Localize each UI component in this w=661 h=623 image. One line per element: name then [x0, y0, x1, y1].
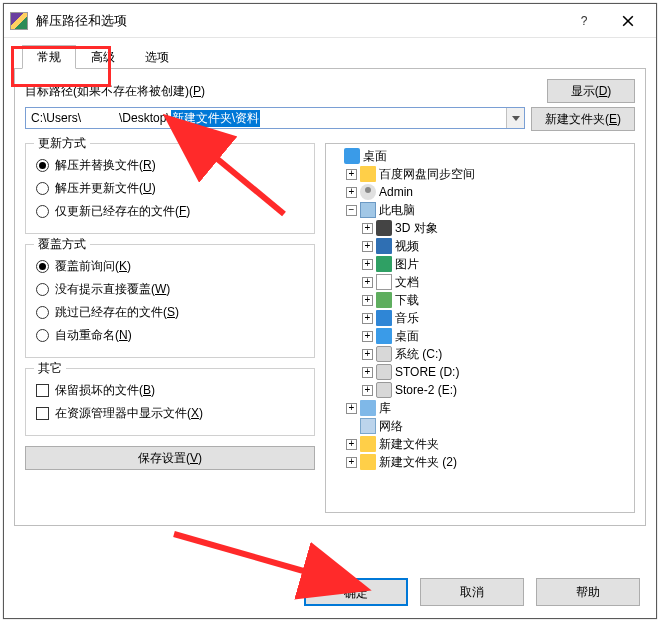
tree-node-thispc[interactable]: −此电脑 [346, 201, 632, 219]
cancel-button[interactable]: 取消 [420, 578, 524, 606]
expand-icon[interactable]: + [346, 403, 357, 414]
target-path-label: 目标路径(如果不存在将被创建)(P) [25, 83, 205, 100]
opt-label: 自动重命名(N) [55, 327, 132, 344]
tab-body: 目标路径(如果不存在将被创建)(P) 显示(D) C:\Users\ \Desk… [14, 68, 646, 526]
update-opt-replace[interactable]: 解压并替换文件(R) [36, 154, 304, 177]
window-title: 解压路径和选项 [36, 12, 562, 30]
user-icon [360, 184, 376, 200]
video-icon [376, 238, 392, 254]
download-icon [376, 292, 392, 308]
tree-label: 3D 对象 [395, 220, 438, 237]
path-combobox[interactable]: C:\Users\ \Desktop\ 新建文件夹\资料 [25, 107, 525, 129]
expand-icon[interactable]: + [346, 457, 357, 468]
path-dropdown-button[interactable] [506, 108, 524, 128]
dialog-footer: 确定 取消 帮助 [4, 578, 656, 606]
right-column: 桌面 +百度网盘同步空间 +Admin −此电脑 +3D 对象 [325, 143, 635, 513]
tree-node-desktop-root[interactable]: 桌面 [330, 147, 632, 165]
tree-node[interactable]: +库 [346, 399, 632, 417]
path-text[interactable]: C:\Users\ \Desktop\ 新建文件夹\资料 [26, 108, 506, 128]
checkbox-icon [36, 407, 49, 420]
tree-node[interactable]: +文档 [362, 273, 632, 291]
tab-advanced[interactable]: 高级 [76, 45, 130, 69]
overwrite-legend: 覆盖方式 [34, 236, 90, 253]
overwrite-opt-skip[interactable]: 跳过已经存在的文件(S) [36, 301, 304, 324]
expand-icon[interactable]: + [346, 169, 357, 180]
tree-node[interactable]: +STORE (D:) [362, 363, 632, 381]
tree-node[interactable]: +Store-2 (E:) [362, 381, 632, 399]
tree-node[interactable]: +视频 [362, 237, 632, 255]
close-icon [622, 15, 634, 27]
expand-icon[interactable]: + [362, 295, 373, 306]
tree-node[interactable]: +Admin [346, 183, 632, 201]
new-folder-button[interactable]: 新建文件夹(E) [531, 107, 635, 131]
tree-node[interactable]: 网络 [346, 417, 632, 435]
tree-label: STORE (D:) [395, 365, 459, 379]
tree-label: Store-2 (E:) [395, 383, 457, 397]
disk-icon [376, 346, 392, 362]
radio-icon [36, 205, 49, 218]
tab-options[interactable]: 选项 [130, 45, 184, 69]
expand-icon[interactable]: + [362, 277, 373, 288]
twist-none [330, 151, 341, 162]
tree-node[interactable]: +下载 [362, 291, 632, 309]
collapse-icon[interactable]: − [346, 205, 357, 216]
opt-label: 保留损坏的文件(B) [55, 382, 155, 399]
expand-icon[interactable]: + [362, 241, 373, 252]
tree-node[interactable]: +图片 [362, 255, 632, 273]
update-opt-update[interactable]: 解压并更新文件(U) [36, 177, 304, 200]
overwrite-opt-noask[interactable]: 没有提示直接覆盖(W) [36, 278, 304, 301]
expand-icon[interactable]: + [362, 313, 373, 324]
overwrite-mode-group: 覆盖方式 覆盖前询问(K) 没有提示直接覆盖(W) 跳过已经存在的文件(S) [25, 244, 315, 358]
help-footer-button[interactable]: 帮助 [536, 578, 640, 606]
tree-node[interactable]: +音乐 [362, 309, 632, 327]
misc-keep-broken[interactable]: 保留损坏的文件(B) [36, 379, 304, 402]
close-button[interactable] [606, 7, 650, 35]
path-row: C:\Users\ \Desktop\ 新建文件夹\资料 新建文件夹(E) [25, 107, 635, 131]
tree-label: 视频 [395, 238, 419, 255]
expand-icon[interactable]: + [362, 367, 373, 378]
expand-icon[interactable]: + [362, 259, 373, 270]
left-column: 更新方式 解压并替换文件(R) 解压并更新文件(U) 仅更新已经存在的文件(F) [25, 143, 315, 513]
tree-label: 桌面 [363, 148, 387, 165]
folder-tree[interactable]: 桌面 +百度网盘同步空间 +Admin −此电脑 +3D 对象 [325, 143, 635, 513]
expand-icon[interactable]: + [346, 439, 357, 450]
overwrite-opt-ask[interactable]: 覆盖前询问(K) [36, 255, 304, 278]
tree-label: Admin [379, 185, 413, 199]
tab-general[interactable]: 常规 [22, 45, 76, 69]
ok-button[interactable]: 确定 [304, 578, 408, 606]
update-opt-freshen[interactable]: 仅更新已经存在的文件(F) [36, 200, 304, 223]
help-glyph: ? [581, 14, 588, 28]
help-button[interactable]: ? [562, 7, 606, 35]
titlebar: 解压路径和选项 ? [4, 4, 656, 38]
newfolder-hotkey: E [609, 112, 617, 126]
overwrite-opt-rename[interactable]: 自动重命名(N) [36, 324, 304, 347]
opt-label: 仅更新已经存在的文件(F) [55, 203, 190, 220]
expand-icon[interactable]: + [346, 187, 357, 198]
tree-node[interactable]: +系统 (C:) [362, 345, 632, 363]
tab-strip: 常规 高级 选项 [14, 44, 646, 68]
tree-label: 桌面 [395, 328, 419, 345]
tree-node[interactable]: +百度网盘同步空间 [346, 165, 632, 183]
misc-show-in-explorer[interactable]: 在资源管理器中显示文件(X) [36, 402, 304, 425]
target-label-suffix: (如果不存在将被创建)( [73, 84, 193, 98]
save-hot: V [190, 451, 198, 465]
expand-icon[interactable]: + [362, 385, 373, 396]
opt-label: 跳过已经存在的文件(S) [55, 304, 179, 321]
tree-node[interactable]: +新建文件夹 (2) [346, 453, 632, 471]
show-button[interactable]: 显示(D) [547, 79, 635, 103]
tree-node[interactable]: +3D 对象 [362, 219, 632, 237]
tree-node[interactable]: +桌面 [362, 327, 632, 345]
save-settings-button[interactable]: 保存设置(V) [25, 446, 315, 470]
network-icon [360, 418, 376, 434]
show-btn-end: ) [607, 84, 611, 98]
radio-icon [36, 159, 49, 172]
expand-icon[interactable]: + [362, 223, 373, 234]
app-icon [10, 12, 28, 30]
folder-icon [360, 166, 376, 182]
dialog-window: 解压路径和选项 ? 常规 高级 选项 目标路径(如果不存在将被创建)(P) 显示… [3, 3, 657, 619]
expand-icon[interactable]: + [362, 331, 373, 342]
tree-node[interactable]: +新建文件夹 [346, 435, 632, 453]
path-seg-2: \Desktop\ [118, 111, 171, 125]
music-icon [376, 310, 392, 326]
expand-icon[interactable]: + [362, 349, 373, 360]
